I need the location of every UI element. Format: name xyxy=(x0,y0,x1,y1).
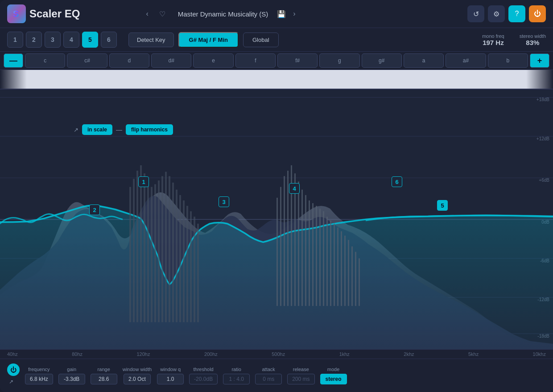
band-label-3[interactable]: 3 xyxy=(219,196,229,207)
frequency-param: frequency 6.8 kHz xyxy=(25,367,53,384)
freq-80hz: 80hz xyxy=(72,351,83,357)
threshold-value[interactable]: -20.0dB xyxy=(189,374,218,384)
note-key-as[interactable]: a# xyxy=(446,53,486,68)
svg-rect-48 xyxy=(183,200,185,322)
mode-value[interactable]: stereo xyxy=(320,374,347,384)
frequency-value[interactable]: 6.8 kHz xyxy=(25,374,53,384)
band-link-icon[interactable]: ↗ xyxy=(9,379,18,388)
gain-param: gain -3.3dB xyxy=(58,367,85,384)
global-button[interactable]: Global xyxy=(243,33,279,47)
note-key-c[interactable]: c xyxy=(25,53,65,68)
svg-rect-41 xyxy=(158,180,160,322)
svg-rect-25 xyxy=(334,224,335,306)
band-power-button[interactable]: ⏻ xyxy=(7,363,20,376)
note-key-gs[interactable]: g# xyxy=(362,53,402,68)
band-tab-5[interactable]: 5 xyxy=(82,32,98,48)
gain-value[interactable]: -3.3dB xyxy=(58,374,85,384)
reset-button[interactable]: ↺ xyxy=(467,5,484,22)
attack-label: attack xyxy=(262,367,275,372)
svg-rect-1 xyxy=(0,70,553,90)
note-key-ds[interactable]: d# xyxy=(151,53,191,68)
svg-rect-47 xyxy=(179,195,181,322)
window-q-param: window q 1.0 xyxy=(157,367,184,384)
note-key-f[interactable]: f xyxy=(235,53,276,68)
external-link-icon[interactable]: ↗ xyxy=(74,127,78,133)
note-key-b[interactable]: b xyxy=(488,53,528,68)
svg-rect-28 xyxy=(344,236,346,306)
band-label-1[interactable]: 1 xyxy=(138,176,149,187)
svg-rect-50 xyxy=(190,211,192,322)
svg-rect-24 xyxy=(330,220,331,306)
release-value[interactable]: 200 ms xyxy=(287,374,314,384)
release-label: release xyxy=(293,367,309,372)
band-tab-2[interactable]: 2 xyxy=(26,32,42,48)
help-button[interactable]: ? xyxy=(508,5,525,22)
stereo-width-label: stereo width xyxy=(520,33,546,39)
attack-value[interactable]: 0 ms xyxy=(255,374,282,384)
svg-rect-22 xyxy=(323,211,324,306)
note-key-fs[interactable]: f# xyxy=(277,53,318,68)
note-key-cs[interactable]: c# xyxy=(67,53,107,68)
mono-freq-value: 197 Hz xyxy=(482,39,504,46)
threshold-param: threshold -20.0dB xyxy=(189,367,218,384)
svg-rect-16 xyxy=(301,190,303,306)
band-tab-4[interactable]: 4 xyxy=(63,32,79,48)
svg-rect-45 xyxy=(172,183,174,322)
svg-rect-51 xyxy=(194,216,195,322)
svg-rect-35 xyxy=(136,171,138,322)
band-label-4[interactable]: 4 xyxy=(289,183,300,194)
save-preset-button[interactable]: 💾 xyxy=(277,10,286,18)
note-key-e[interactable]: e xyxy=(193,53,233,68)
band-label-6[interactable]: 6 xyxy=(392,176,402,187)
prev-preset-button[interactable]: ‹ xyxy=(142,8,152,20)
heart-button[interactable]: ♡ xyxy=(156,8,169,20)
window-q-value[interactable]: 1.0 xyxy=(157,374,184,384)
band-tab-6[interactable]: 6 xyxy=(101,32,117,48)
window-width-param: window width 2.0 Oct xyxy=(123,367,152,384)
settings-button[interactable]: ⚙ xyxy=(488,5,505,22)
svg-rect-17 xyxy=(305,195,306,306)
eq-area[interactable]: +18dB +12dB +6dB 0dB -6dB -12dB -18dB xyxy=(0,90,553,349)
flip-harmonics-button[interactable]: flip harmonics xyxy=(126,124,173,135)
svg-rect-29 xyxy=(348,240,349,306)
detect-key-button[interactable]: Detect Key xyxy=(128,33,174,47)
ratio-value[interactable]: 1 : 4.0 xyxy=(223,374,250,384)
note-key-g[interactable]: g xyxy=(319,53,359,68)
freq-200hz: 200hz xyxy=(204,351,218,357)
app-title: Scaler EQ xyxy=(29,8,80,20)
svg-rect-31 xyxy=(355,252,356,306)
power-button[interactable]: ⏻ xyxy=(529,5,546,22)
band-label-5[interactable]: 5 xyxy=(437,200,448,211)
svg-rect-12 xyxy=(287,171,289,306)
svg-rect-23 xyxy=(326,216,328,306)
plus-key-button[interactable]: + xyxy=(530,53,549,68)
note-key-a[interactable]: a xyxy=(404,53,444,68)
minus-key-button[interactable]: — xyxy=(4,53,23,68)
svg-rect-36 xyxy=(140,165,142,322)
svg-rect-34 xyxy=(133,179,135,322)
in-scale-button[interactable]: in scale xyxy=(82,124,112,135)
key-badge[interactable]: G# Maj / F Min xyxy=(178,32,239,48)
freq-10khz: 10khz xyxy=(533,351,546,357)
svg-rect-9 xyxy=(276,198,278,306)
toolbar: 1 2 3 4 5 6 Detect Key G# Maj / F Min Gl… xyxy=(0,28,553,52)
release-param: release 200 ms xyxy=(287,367,314,384)
svg-rect-18 xyxy=(309,200,310,306)
range-value[interactable]: 28.6 xyxy=(91,374,117,384)
ratio-param: ratio 1 : 4.0 xyxy=(223,367,250,384)
note-key-d[interactable]: d xyxy=(109,53,149,68)
band-tab-1[interactable]: 1 xyxy=(7,32,23,48)
note-keys-row: — c c# d d# e f f# g g# a a# b + xyxy=(0,52,553,70)
scale-controls: ↗ in scale — flip harmonics xyxy=(74,124,173,135)
svg-rect-30 xyxy=(351,246,353,306)
window-width-value[interactable]: 2.0 Oct xyxy=(124,374,151,384)
svg-rect-49 xyxy=(186,206,188,322)
band-label-2[interactable]: 2 xyxy=(89,204,100,215)
band-tab-3[interactable]: 3 xyxy=(45,32,61,48)
next-preset-button[interactable]: › xyxy=(289,8,299,20)
svg-rect-44 xyxy=(169,176,170,322)
svg-rect-32 xyxy=(359,258,360,306)
mono-freq-display: mono freq 197 Hz xyxy=(482,33,504,46)
svg-rect-40 xyxy=(154,184,156,323)
range-param: range 28.6 xyxy=(91,367,117,384)
